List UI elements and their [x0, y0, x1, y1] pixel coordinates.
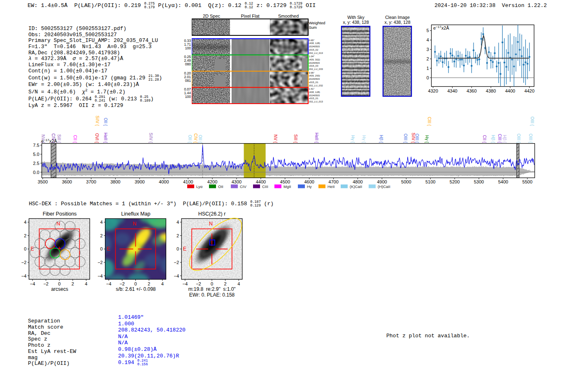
svg-text:2: 2 — [100, 233, 103, 238]
svg-text:5000: 5000 — [401, 179, 411, 184]
svg-text:4360: 4360 — [467, 88, 476, 93]
svg-text:5100: 5100 — [425, 179, 435, 184]
svg-text:OII: OII — [218, 184, 223, 189]
svg-text:SiII {: SiII { — [293, 135, 298, 144]
svg-text:−4: −4 — [183, 281, 188, 286]
svg-text:OIII {: OIII { — [528, 134, 533, 143]
svg-text:2.5: 2.5 — [33, 161, 39, 166]
svg-text:3500: 3500 — [38, 179, 48, 184]
svg-text:4: 4 — [177, 220, 179, 225]
svg-text:E: E — [107, 246, 110, 252]
svg-text:SiII {: SiII { — [57, 135, 61, 144]
svg-text:0: 0 — [177, 246, 179, 251]
svg-text:−4: −4 — [106, 281, 111, 286]
svg-text:0: 0 — [211, 281, 213, 286]
svg-text:4320: 4320 — [428, 88, 438, 93]
svg-text:−4: −4 — [174, 274, 179, 278]
svg-text:5300: 5300 — [474, 179, 484, 184]
svg-text:CIV {: CIV { — [193, 133, 198, 143]
svg-text:CIV {: CIV { — [51, 133, 56, 143]
svg-text:SiIV {: SiIV { — [95, 116, 100, 126]
svg-text:0: 0 — [426, 75, 429, 80]
svg-text:OII {: OII { — [198, 135, 202, 143]
svg-text:E: E — [183, 246, 186, 252]
svg-text:4500: 4500 — [280, 179, 290, 184]
svg-text:4: 4 — [24, 220, 26, 225]
svg-text:4300: 4300 — [232, 179, 242, 184]
svg-text:−2: −2 — [120, 281, 125, 286]
svg-text:4400: 4400 — [256, 179, 266, 184]
svg-text:2: 2 — [148, 281, 150, 286]
svg-text:2: 2 — [177, 233, 179, 238]
svg-text:4900: 4900 — [377, 179, 387, 184]
svg-text:0: 0 — [24, 246, 26, 251]
svg-text:Hβ {: Hβ { — [379, 135, 383, 143]
svg-text:2: 2 — [426, 56, 429, 61]
svg-text:E: E — [30, 246, 34, 252]
svg-text:Hγ {: Hγ { — [425, 135, 429, 143]
svg-text:−2: −2 — [98, 260, 103, 265]
svg-text:4: 4 — [237, 281, 240, 286]
svg-text:3800: 3800 — [110, 179, 120, 184]
svg-text:OII {: OII { — [103, 118, 108, 126]
svg-text:OIII {: OIII { — [530, 116, 534, 126]
svg-text:N: N — [209, 221, 213, 227]
svg-text:5.0: 5.0 — [33, 152, 39, 157]
svg-text:−4: −4 — [30, 281, 35, 286]
svg-text:5500: 5500 — [523, 179, 532, 184]
svg-text:−2: −2 — [174, 260, 179, 265]
svg-text:OIII {: OIII { — [516, 134, 521, 143]
svg-text:5200: 5200 — [450, 179, 460, 184]
svg-text:4000: 4000 — [159, 179, 169, 184]
svg-text:NV {: NV { — [41, 135, 45, 143]
svg-text:4800: 4800 — [353, 179, 362, 184]
svg-text:4: 4 — [426, 37, 429, 42]
svg-text:Hγ: Hγ — [307, 184, 312, 189]
svg-text:(K)CaII: (K)CaII — [350, 184, 362, 189]
svg-text:CII {: CII { — [482, 135, 487, 143]
svg-text:HeII {: HeII { — [103, 133, 108, 144]
svg-text:4: 4 — [100, 220, 103, 225]
svg-text:−2: −2 — [43, 281, 49, 286]
svg-text:0: 0 — [134, 281, 137, 286]
svg-text:5400: 5400 — [498, 179, 508, 184]
svg-text:SiIV {: SiIV { — [149, 133, 153, 144]
svg-text:3700: 3700 — [86, 179, 96, 184]
svg-text:4600: 4600 — [304, 179, 314, 184]
svg-text:Hβ {: Hβ { — [491, 135, 495, 143]
svg-text:CIII {: CIII { — [497, 134, 502, 143]
svg-text:OII {: OII { — [188, 135, 192, 143]
svg-text:4100: 4100 — [183, 179, 193, 184]
svg-text:Hγ {: Hγ { — [362, 135, 366, 143]
svg-text:2: 2 — [72, 281, 74, 286]
svg-text:0.0: 0.0 — [33, 170, 39, 175]
svg-text:4: 4 — [161, 281, 164, 286]
svg-text:CII {: CII { — [73, 135, 77, 143]
svg-text:CIV: CIV — [240, 184, 247, 189]
svg-text:0: 0 — [100, 246, 103, 251]
svg-text:3600: 3600 — [62, 179, 72, 184]
svg-text:Hγ {: Hγ { — [351, 135, 355, 143]
svg-text:2: 2 — [24, 233, 26, 238]
svg-text:NV {: NV { — [273, 135, 278, 143]
svg-text:0: 0 — [58, 281, 60, 286]
svg-text:−2: −2 — [196, 281, 201, 286]
svg-text:OIII {: OIII { — [415, 134, 419, 143]
svg-text:4380: 4380 — [486, 88, 496, 93]
svg-text:−2: −2 — [21, 260, 27, 265]
svg-text:4340: 4340 — [447, 88, 457, 93]
svg-text:3: 3 — [426, 47, 429, 52]
svg-text:MgII: MgII — [283, 184, 291, 189]
svg-text:5: 5 — [426, 28, 429, 33]
svg-text:3900: 3900 — [135, 179, 144, 184]
svg-text:4: 4 — [85, 281, 87, 286]
svg-text:HeII {: HeII { — [314, 133, 319, 144]
svg-text:OIII {: OIII { — [403, 134, 408, 143]
svg-text:7.5: 7.5 — [33, 143, 39, 148]
svg-text:Lyα: Lyα — [196, 184, 203, 189]
svg-text:e−17x2Å: e−17x2Å — [433, 25, 449, 30]
svg-text:Hβ {: Hβ { — [502, 135, 507, 143]
svg-text:CIII: CIII — [262, 184, 268, 189]
svg-text:−4: −4 — [98, 274, 103, 278]
svg-text:4200: 4200 — [207, 179, 217, 184]
